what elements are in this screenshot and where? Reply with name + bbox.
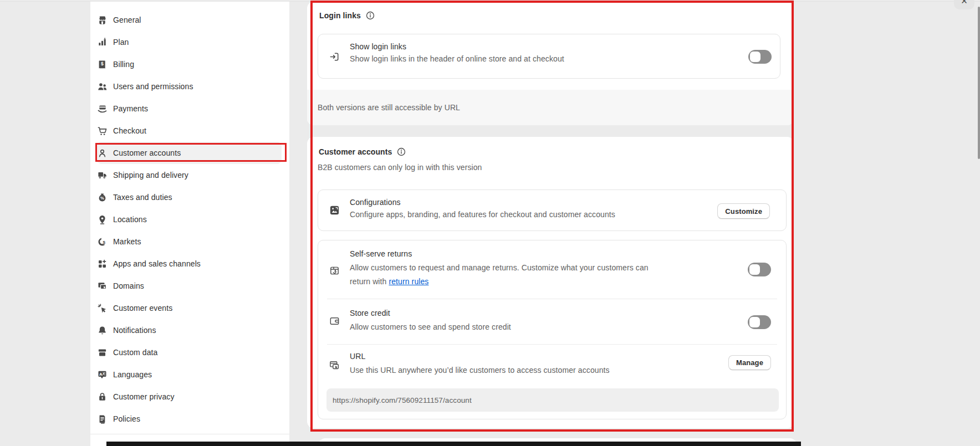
checkout-icon: [97, 126, 108, 136]
sidebar-item-custom-data[interactable]: Custom data: [97, 341, 282, 363]
sidebar-item-label: Markets: [113, 237, 141, 246]
markets-icon: $: [97, 237, 108, 247]
login-icon: [329, 51, 340, 63]
svg-text:A: A: [99, 371, 103, 376]
sidebar-item-apps-and-sales-channels[interactable]: Apps and sales channels: [97, 253, 282, 275]
return-rules-link[interactable]: return rules: [389, 277, 428, 286]
sidebar-item-label: Users and permissions: [113, 82, 193, 91]
sidebar-item-label: General: [113, 16, 141, 24]
login-links-title: Login links: [319, 11, 361, 20]
background-window-edge: [106, 442, 801, 446]
customer-accounts-panel: Customer accounts B2B customers can only…: [307, 137, 794, 428]
svg-text:%: %: [100, 196, 104, 201]
sidebar-item-label: Payments: [113, 104, 148, 113]
sidebar-item-taxes-and-duties[interactable]: %Taxes and duties: [97, 186, 282, 208]
manage-button[interactable]: Manage: [728, 355, 771, 370]
configurations-description: Configure apps, branding, and features f…: [350, 210, 615, 219]
customer-accounts-rows-card: Self-serve returns Allow customers to re…: [318, 240, 787, 419]
sidebar-item-locations[interactable]: Locations: [97, 208, 282, 230]
store-credit-description: Allow customers to see and spend store c…: [350, 322, 511, 331]
scrollbar-thumb[interactable]: [978, 7, 980, 159]
sidebar-item-label: Customer privacy: [113, 392, 175, 401]
notifications-icon: [97, 325, 108, 336]
customer-accounts-title: Customer accounts: [319, 147, 392, 156]
taxes-icon: %: [97, 192, 108, 203]
sidebar-item-users-and-permissions[interactable]: Users and permissions: [97, 75, 282, 98]
custom-data-icon: [97, 347, 108, 358]
account-url-value: https://shopify.com/75609211157/account: [333, 396, 472, 404]
toggle-knob: [749, 264, 760, 275]
description-prefix: return with: [350, 277, 389, 286]
domains-icon: [97, 281, 108, 291]
svg-text:$: $: [103, 239, 105, 244]
row-divider: [327, 299, 777, 299]
shipping-icon: [97, 170, 108, 181]
self-serve-returns-description-line1: Allow customers to request and manage re…: [350, 263, 649, 272]
sidebar-footer-divider: [90, 434, 289, 434]
sidebar-item-label: Apps and sales channels: [113, 259, 201, 268]
sidebar-item-domains[interactable]: Domains: [97, 275, 282, 297]
self-serve-returns-description-line2: return with return rules: [350, 277, 428, 286]
sidebar-item-label: Notifications: [113, 326, 156, 335]
store-credit-icon: [329, 315, 340, 327]
plan-icon: [97, 37, 108, 48]
sidebar-item-customer-accounts[interactable]: Customer accounts: [97, 142, 282, 164]
payments-icon: [97, 104, 108, 114]
billing-icon: $: [97, 59, 108, 70]
login-links-footer: Both versions are still accessible by UR…: [307, 90, 794, 125]
sidebar-item-notifications[interactable]: Notifications: [97, 319, 282, 341]
sidebar-item-label: Taxes and duties: [113, 193, 172, 202]
configurations-title: Configurations: [350, 198, 401, 207]
sidebar-item-checkout[interactable]: Checkout: [97, 120, 282, 142]
locations-icon: [97, 214, 108, 225]
sidebar-item-label: Custom data: [113, 348, 157, 357]
store-credit-toggle[interactable]: [748, 315, 771, 329]
users-icon: [97, 81, 108, 92]
sidebar-item-shipping-and-delivery[interactable]: Shipping and delivery: [97, 164, 282, 186]
customize-button[interactable]: Customize: [717, 203, 770, 219]
account-url-field[interactable]: https://shopify.com/75609211157/account: [326, 388, 779, 412]
configurations-card: Configurations Configure apps, branding,…: [318, 189, 787, 231]
url-icon: [329, 360, 340, 371]
sidebar-item-label: Customer accounts: [113, 148, 181, 157]
sidebar-item-customer-privacy[interactable]: Customer privacy: [97, 386, 282, 408]
sidebar-item-markets[interactable]: $Markets: [97, 230, 282, 253]
customer-accounts-subtitle: B2B customers can only log in with this …: [318, 163, 482, 172]
sidebar-nav: GeneralPlan$BillingUsers and permissions…: [90, 9, 289, 430]
store-credit-title: Store credit: [350, 309, 390, 317]
sidebar-item-general[interactable]: General: [97, 9, 282, 31]
close-icon: ✕: [961, 0, 968, 6]
sidebar-item-policies[interactable]: Policies: [97, 408, 282, 430]
login-links-footer-note: Both versions are still accessible by UR…: [318, 103, 460, 112]
apps-icon: [97, 259, 108, 269]
sidebar-item-label: Languages: [113, 370, 152, 379]
toggle-knob: [750, 52, 760, 62]
sidebar-item-payments[interactable]: Payments: [97, 98, 282, 120]
settings-sidebar: GeneralPlan$BillingUsers and permissions…: [90, 1, 289, 446]
sidebar-item-label: Locations: [113, 215, 147, 224]
show-login-links-title: Show login links: [350, 42, 406, 51]
svg-text:$: $: [101, 61, 104, 66]
store-icon: [97, 15, 108, 25]
privacy-icon: [97, 392, 108, 402]
info-icon[interactable]: [396, 147, 406, 157]
close-button[interactable]: ✕: [954, 0, 974, 9]
sidebar-item-label: Policies: [113, 414, 140, 423]
self-serve-returns-toggle[interactable]: [748, 263, 771, 276]
sidebar-item-label: Customer events: [113, 304, 172, 312]
url-description: Use this URL anywhere you’d like custome…: [350, 366, 610, 375]
self-serve-returns-title: Self-serve returns: [350, 249, 412, 258]
sidebar-item-plan[interactable]: Plan: [97, 31, 282, 53]
self-serve-returns-icon: [329, 265, 340, 276]
info-icon[interactable]: [365, 11, 375, 20]
show-login-links-description: Show login links in the header of online…: [350, 54, 564, 63]
languages-icon: A: [97, 370, 108, 380]
show-login-links-toggle[interactable]: [748, 50, 772, 64]
sidebar-item-billing[interactable]: $Billing: [97, 53, 282, 75]
sidebar-item-languages[interactable]: ALanguages: [97, 363, 282, 386]
sidebar-item-label: Domains: [113, 281, 144, 290]
sidebar-item-label: Plan: [113, 38, 129, 47]
configurations-icon: [329, 204, 340, 216]
login-links-panel: Login links Show login links Show login …: [307, 2, 794, 125]
sidebar-item-customer-events[interactable]: Customer events: [97, 297, 282, 319]
